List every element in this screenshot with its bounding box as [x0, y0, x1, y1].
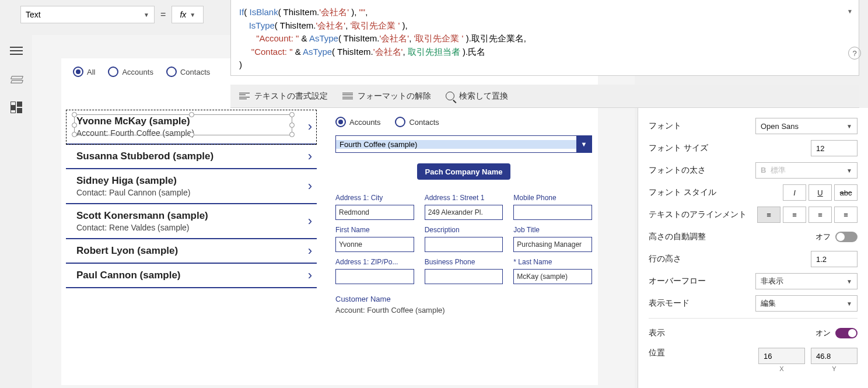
- insert-icon[interactable]: [10, 102, 22, 113]
- field-grid: Address 1: CityRedmond Address 1: Street…: [335, 194, 592, 284]
- search-icon: [446, 92, 454, 100]
- radio-contacts[interactable]: Contacts: [166, 67, 210, 77]
- item-title: Paul Cannon (sample): [76, 270, 293, 281]
- field-street: Address 1: Street 1249 Alexander Pl.: [425, 194, 503, 220]
- chevron-right-icon[interactable]: ›: [308, 119, 312, 134]
- overflow-label: オーバーフロー: [649, 276, 706, 286]
- property-dropdown[interactable]: Text ▼: [20, 6, 155, 23]
- align-label: テキストのアラインメント: [649, 209, 747, 220]
- align-right-button[interactable]: ≡: [808, 207, 832, 223]
- input-mobile[interactable]: [513, 205, 592, 220]
- input-firstname[interactable]: Yvonne: [335, 237, 414, 252]
- font-select[interactable]: Open Sans▼: [755, 118, 858, 134]
- properties-pane: フォント Open Sans▼ フォント サイズ フォントの太さ B 標準▼ フ…: [638, 108, 868, 388]
- fontsize-label: フォント サイズ: [649, 143, 708, 153]
- field-city: Address 1: CityRedmond: [335, 194, 414, 220]
- field-businessphone: Business Phone: [425, 258, 503, 284]
- input-jobtitle[interactable]: Purchasing Manager: [513, 237, 592, 252]
- italic-button[interactable]: I: [783, 184, 806, 201]
- gallery-item[interactable]: Sidney Higa (sample) Contact: Paul Canno…: [66, 169, 317, 204]
- field-zip: Address 1: ZIP/Po...: [335, 258, 414, 284]
- fx-button[interactable]: fx ▼: [172, 6, 204, 23]
- form-radio-accounts[interactable]: Accounts: [335, 117, 380, 127]
- fx-label: fx: [180, 10, 186, 19]
- align-justify-button[interactable]: ≡: [834, 207, 858, 223]
- item-subtitle: Contact: Paul Cannon (sample): [76, 188, 293, 197]
- displaymode-select[interactable]: 編集▼: [755, 295, 858, 312]
- chevron-right-icon[interactable]: ›: [308, 243, 312, 258]
- field-description: Description: [425, 226, 503, 252]
- fontweight-select[interactable]: B 標準▼: [755, 162, 858, 179]
- chevron-right-icon[interactable]: ›: [308, 214, 312, 229]
- input-description[interactable]: [425, 237, 503, 252]
- help-icon[interactable]: ?: [848, 47, 861, 60]
- align-center-button[interactable]: ≡: [783, 207, 806, 223]
- chevron-down-icon: ▼: [144, 12, 149, 18]
- format-text-button[interactable]: テキストの書式設定: [239, 91, 328, 102]
- input-street[interactable]: 249 Alexander Pl.: [425, 205, 503, 220]
- input-businessphone[interactable]: [425, 269, 503, 284]
- position-x-input[interactable]: [758, 348, 805, 364]
- equals-label: =: [160, 9, 166, 20]
- chevron-right-icon[interactable]: ›: [308, 149, 312, 164]
- fontstyle-label: フォント スタイル: [649, 187, 716, 198]
- item-title: Yvonne McKay (sample): [76, 116, 293, 127]
- underline-button[interactable]: U: [808, 184, 832, 201]
- gallery[interactable]: Yvonne McKay (sample) Account: Fourth Co…: [66, 110, 317, 288]
- hamburger-icon[interactable]: [10, 46, 23, 56]
- overflow-select[interactable]: 非表示▼: [755, 273, 858, 289]
- item-subtitle: Account: Fourth Coffee (sample): [76, 128, 293, 138]
- item-title: Scott Konersmann (sample): [76, 210, 293, 222]
- customer-name-block: Customer Name Account: Fourth Coffee (sa…: [335, 295, 592, 314]
- input-zip[interactable]: [335, 269, 414, 284]
- find-replace-button[interactable]: 検索して置換: [446, 91, 508, 102]
- gallery-item[interactable]: Robert Lyon (sample) ›: [66, 239, 317, 264]
- form-radio-contacts[interactable]: Contacts: [395, 117, 439, 127]
- field-mobile: Mobile Phone: [513, 194, 592, 220]
- chevron-down-icon[interactable]: ▼: [576, 136, 592, 152]
- tree-view-icon[interactable]: [10, 74, 23, 84]
- displaymode-label: 表示モード: [649, 298, 690, 309]
- chevron-right-icon[interactable]: ›: [308, 268, 312, 283]
- gallery-item[interactable]: Yvonne McKay (sample) Account: Fourth Co…: [66, 110, 317, 145]
- remove-format-button[interactable]: フォーマットの解除: [342, 91, 431, 102]
- format-icon: [239, 92, 250, 100]
- align-left-button[interactable]: ≡: [757, 207, 780, 223]
- position-y-input[interactable]: [811, 348, 858, 364]
- visible-toggle[interactable]: [835, 328, 858, 338]
- position-label: 位置: [649, 348, 665, 358]
- gallery-item[interactable]: Scott Konersmann (sample) Contact: Rene …: [66, 204, 317, 239]
- item-subtitle: Contact: Rene Valdes (sample): [76, 223, 293, 232]
- patch-button[interactable]: Pach Company Name: [417, 163, 510, 180]
- field-firstname: First NameYvonne: [335, 226, 414, 252]
- top-filter-row: All Accounts Contacts: [73, 67, 210, 77]
- property-name: Text: [26, 10, 41, 19]
- item-title: Sidney Higa (sample): [76, 175, 293, 187]
- formula-toolbar: テキストの書式設定 フォーマットの解除 検索して置換: [230, 85, 859, 108]
- lineheight-label: 行の高さ: [649, 254, 681, 264]
- lineheight-input[interactable]: [811, 251, 858, 267]
- autoheight-toggle[interactable]: [835, 232, 858, 242]
- left-rail: [0, 35, 32, 385]
- company-combobox[interactable]: Fourth Coffee (sample) ▼: [335, 135, 592, 153]
- radio-all[interactable]: All: [73, 67, 95, 77]
- font-label: フォント: [649, 121, 681, 131]
- gallery-item[interactable]: Susanna Stubberod (sample) ›: [66, 145, 317, 169]
- input-city[interactable]: Redmond: [335, 205, 414, 220]
- radio-accounts[interactable]: Accounts: [108, 67, 153, 77]
- item-title: Susanna Stubberod (sample): [76, 151, 293, 162]
- field-lastname: * Last NameMcKay (sample): [513, 258, 592, 284]
- gallery-item[interactable]: Paul Cannon (sample) ›: [66, 264, 317, 288]
- autoheight-label: 高さの自動調整: [649, 232, 706, 242]
- visible-label: 表示: [649, 328, 665, 338]
- chevron-right-icon[interactable]: ›: [308, 179, 312, 194]
- fontweight-label: フォントの太さ: [649, 165, 706, 176]
- chevron-down-icon: ▼: [190, 12, 195, 18]
- item-title: Robert Lyon (sample): [76, 245, 293, 257]
- fontsize-input[interactable]: [811, 140, 858, 156]
- strike-button[interactable]: abc: [834, 184, 858, 201]
- field-jobtitle: Job TitlePurchasing Manager: [513, 226, 592, 252]
- input-lastname[interactable]: McKay (sample): [513, 269, 592, 284]
- remove-format-icon: [342, 92, 353, 100]
- form-area: Accounts Contacts Fourth Coffee (sample)…: [335, 117, 592, 314]
